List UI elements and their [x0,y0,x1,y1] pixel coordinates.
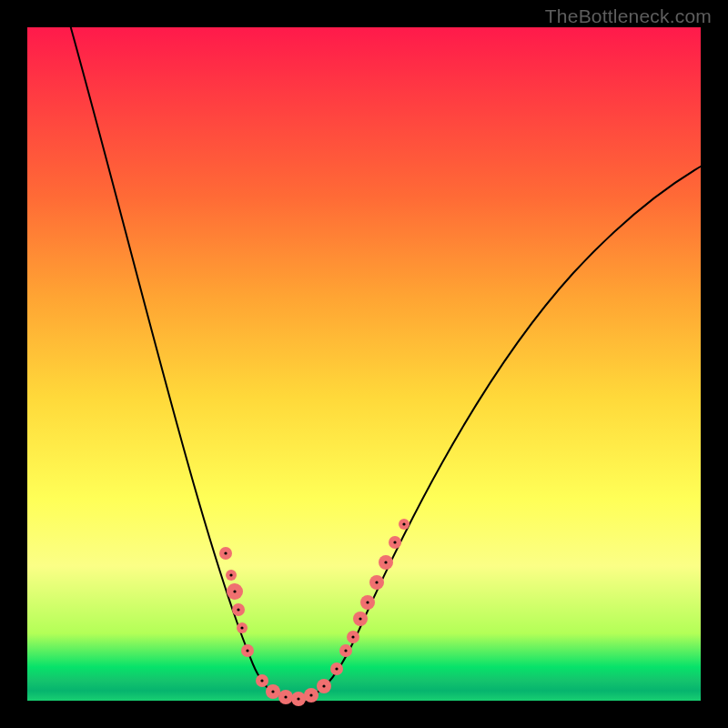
watermark-label: TheBottleneck.com [545,5,712,27]
marker-dot [237,608,239,611]
marker-dot [240,626,243,629]
marker-dot [351,635,354,638]
marker-dot [246,649,248,652]
chart-frame: TheBottleneck.com [0,0,728,728]
marker-dot [233,590,236,592]
marker-dot [402,522,405,525]
bottleneck-curve [68,18,705,699]
marker-dot [229,573,232,576]
marker-dot [393,541,396,543]
markers-left [219,547,254,657]
curve-svg [27,27,701,701]
plot-area [27,27,701,701]
marker-dot [284,695,287,698]
marker-dot [384,561,387,563]
marker-dot [375,581,378,583]
markers-right [330,519,410,675]
marker-dot [260,679,263,682]
markers-bottom [256,674,331,706]
marker-dot [297,697,299,700]
marker-dot [224,551,227,554]
marker-dot [335,667,338,670]
marker-dot [322,684,325,687]
marker-dot [359,617,361,620]
marker-dot [271,690,274,693]
marker-dot [309,693,312,696]
marker-dot [366,601,369,603]
marker-dot [344,649,347,652]
